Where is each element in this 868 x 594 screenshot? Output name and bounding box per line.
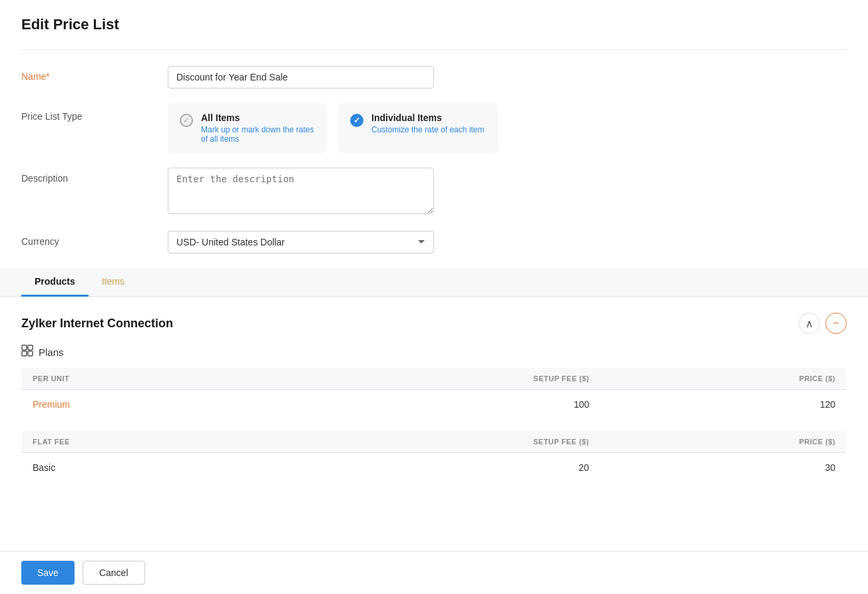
all-items-option[interactable]: All Items Mark up or mark down the rates… — [168, 103, 327, 153]
per-unit-setup-fee-cell: 100 — [272, 390, 600, 420]
svg-rect-3 — [28, 351, 33, 356]
cancel-button[interactable]: Cancel — [83, 561, 145, 585]
plans-svg-icon — [21, 345, 33, 357]
flat-fee-price-cell: 30 — [600, 453, 847, 483]
all-items-text: All Items Mark up or mark down the rates… — [201, 112, 316, 144]
individual-items-option[interactable]: Individual Items Customize the rate of e… — [338, 103, 498, 153]
flat-fee-setup-fee-cell: 20 — [272, 453, 600, 483]
price-list-type-row: Price List Type All Items Mark up or mar… — [21, 103, 847, 153]
price-list-type-label: Price List Type — [21, 103, 168, 122]
description-input[interactable] — [168, 168, 434, 214]
header-divider — [21, 49, 847, 50]
name-input[interactable] — [168, 66, 434, 88]
plan-name-basic: Basic — [33, 462, 55, 473]
table-row: Basic 20 30 — [22, 453, 847, 483]
collapse-button[interactable]: ∧ — [799, 313, 820, 334]
flat-fee-col-header: FLAT FEE — [22, 431, 272, 453]
svg-rect-1 — [28, 345, 33, 350]
product-header: Zylker Internet Connection ∧ − — [21, 313, 847, 334]
footer-spacer — [21, 496, 847, 536]
per-unit-name-cell: Premium — [22, 390, 272, 420]
tabs: Products Items — [21, 268, 847, 296]
currency-label: Currency — [21, 231, 168, 247]
remove-product-button[interactable]: − — [825, 313, 847, 334]
flat-fee-name-cell: Basic — [22, 453, 272, 483]
description-field-control — [168, 168, 434, 216]
plans-label: Plans — [39, 347, 64, 358]
table-row: Premium 100 120 — [22, 390, 847, 420]
product-title: Zylker Internet Connection — [21, 317, 173, 331]
plans-section: Plans PER UNIT SETUP FEE ($) PRICE ($) P… — [21, 345, 847, 483]
description-label: Description — [21, 168, 168, 184]
currency-select[interactable]: USD- United States Dollar — [168, 231, 434, 253]
per-unit-price-header: PRICE ($) — [600, 368, 846, 390]
footer-bar: Save Cancel — [0, 551, 868, 594]
save-button[interactable]: Save — [21, 561, 75, 585]
per-unit-table: PER UNIT SETUP FEE ($) PRICE ($) Premium… — [21, 367, 847, 420]
all-items-title: All Items — [201, 112, 316, 123]
name-field-control — [168, 66, 434, 88]
per-unit-table-header-row: PER UNIT SETUP FEE ($) PRICE ($) — [22, 368, 847, 390]
description-field-row: Description — [21, 168, 847, 216]
svg-rect-2 — [22, 351, 27, 356]
product-actions: ∧ − — [799, 313, 847, 334]
flat-fee-table-header-row: FLAT FEE SETUP FEE ($) PRICE ($) — [22, 431, 847, 453]
tabs-container: Products Items — [0, 268, 868, 297]
tab-items[interactable]: Items — [89, 268, 138, 297]
name-field-row: Name* — [21, 66, 847, 88]
svg-rect-0 — [22, 345, 27, 350]
flat-fee-price-header: PRICE ($) — [600, 431, 847, 453]
plan-name-premium[interactable]: Premium — [33, 399, 70, 410]
currency-field-row: Currency USD- United States Dollar — [21, 231, 847, 253]
individual-items-title: Individual Items — [371, 112, 484, 123]
flat-fee-setup-fee-header: SETUP FEE ($) — [272, 431, 600, 453]
individual-items-radio[interactable] — [350, 114, 363, 127]
price-type-options: All Items Mark up or mark down the rates… — [168, 103, 847, 153]
individual-items-desc: Customize the rate of each item — [371, 125, 484, 134]
currency-field-control: USD- United States Dollar — [168, 231, 434, 253]
name-label: Name* — [21, 66, 168, 82]
plans-header: Plans — [21, 345, 847, 359]
flat-fee-table: FLAT FEE SETUP FEE ($) PRICE ($) Basic 2… — [21, 430, 847, 483]
all-items-radio[interactable] — [180, 114, 193, 127]
per-unit-setup-fee-header: SETUP FEE ($) — [272, 368, 600, 390]
tab-products[interactable]: Products — [21, 268, 89, 297]
plans-icon — [21, 345, 33, 359]
individual-items-text: Individual Items Customize the rate of e… — [371, 112, 484, 134]
page-title: Edit Price List — [21, 16, 847, 33]
per-unit-price-cell: 120 — [600, 390, 846, 420]
all-items-desc: Mark up or mark down the rates of all it… — [201, 125, 316, 144]
product-section: Zylker Internet Connection ∧ − Plans — [21, 313, 847, 483]
per-unit-col-header: PER UNIT — [22, 368, 272, 390]
